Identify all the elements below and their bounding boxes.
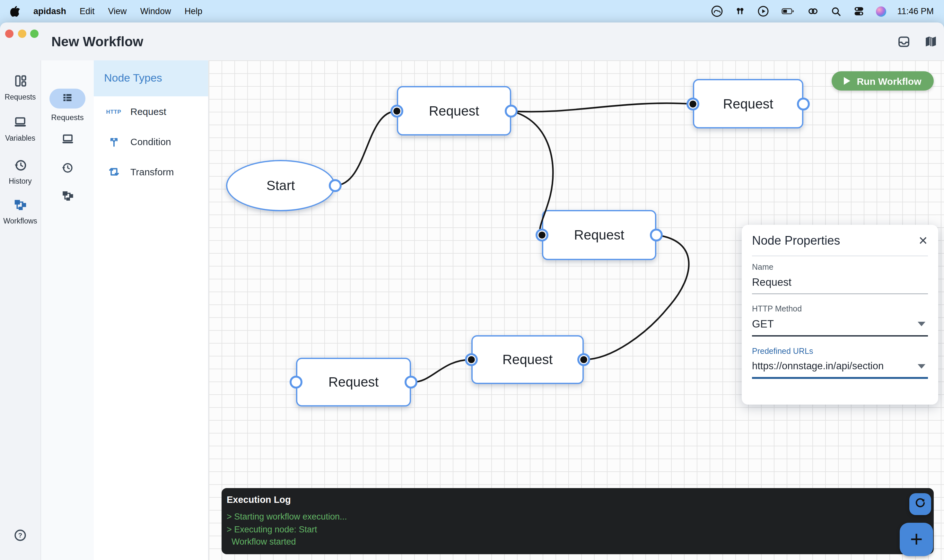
control-center-icon[interactable] [853, 5, 865, 17]
sidebar-item-requests[interactable]: Requests [0, 74, 40, 101]
node-request-top-left[interactable]: Request [397, 86, 511, 135]
refresh-button[interactable] [909, 493, 931, 515]
menu-app-name[interactable]: apidash [34, 6, 66, 16]
workflow-icon [0, 197, 40, 214]
menu-bar: apidash Edit View Window Help [0, 0, 944, 23]
subrail-workflows-button[interactable] [41, 189, 94, 205]
requests-grid-icon [0, 74, 40, 91]
battery-icon[interactable] [780, 5, 796, 17]
refresh-icon [914, 497, 927, 512]
method-field-label: HTTP Method [752, 305, 928, 313]
http-method-value: GET [752, 318, 774, 330]
urls-underline [752, 377, 928, 378]
node-type-condition[interactable]: Condition [94, 126, 208, 157]
execution-log-panel: Execution Log > Starting workflow execut… [221, 488, 934, 554]
method-underline [752, 335, 928, 337]
condition-icon [105, 135, 123, 148]
node-request-bottom-left[interactable]: Request [296, 358, 411, 406]
help-button[interactable]: ? [0, 529, 40, 545]
menu-clock[interactable]: 11:46 PM [897, 6, 934, 16]
http-method-select[interactable]: GET [752, 318, 928, 330]
siri-icon[interactable] [876, 6, 886, 16]
minimize-window-button[interactable] [18, 29, 26, 38]
node-properties-panel: Node Properties ✕ Name Request HTTP Meth… [742, 225, 938, 405]
close-icon[interactable]: ✕ [918, 235, 928, 247]
airpods-icon[interactable] [734, 5, 746, 17]
node-label: Request [329, 374, 378, 390]
nav-rail: Requests Variables History Workflows [0, 60, 41, 560]
menu-help[interactable]: Help [184, 6, 203, 16]
list-icon [61, 91, 74, 106]
node-label: Start [266, 178, 295, 193]
subrail-item-label: Requests [41, 113, 94, 122]
menu-window[interactable]: Window [140, 6, 171, 16]
properties-title: Node Properties [752, 234, 840, 248]
apple-menu-icon[interactable] [10, 6, 20, 17]
edge-start-to-a [335, 111, 397, 186]
laptop-icon [0, 115, 40, 132]
execution-log-title: Execution Log [227, 494, 929, 505]
edge-a-to-b [511, 103, 693, 112]
menu-view[interactable]: View [108, 6, 127, 16]
laptop-icon [61, 132, 74, 148]
app-window: New Workflow Requests [0, 23, 944, 560]
close-window-button[interactable] [5, 29, 14, 38]
node-type-request[interactable]: HTTP Request [94, 96, 208, 126]
sub-rail: Requests [41, 60, 94, 560]
node-label: Request [574, 227, 624, 243]
edge-d-to-e [411, 360, 471, 382]
node-start[interactable]: Start [226, 160, 335, 211]
node-request-bottom-mid[interactable]: Request [471, 335, 584, 384]
name-field-label: Name [752, 263, 928, 272]
play-icon [844, 77, 850, 85]
sidebar-item-workflows[interactable]: Workflows [0, 197, 40, 225]
subrail-item-requests[interactable] [49, 89, 85, 109]
menu-edit[interactable]: Edit [80, 6, 95, 16]
node-types-title: Node Types [94, 60, 208, 96]
search-icon[interactable] [830, 5, 842, 17]
log-line: > Executing node: Start [227, 523, 929, 535]
workflow-icon [61, 189, 74, 205]
node-request-middle[interactable]: Request [542, 210, 656, 260]
hotspot-icon[interactable] [807, 5, 819, 17]
page-title: New Workflow [51, 34, 143, 49]
node-type-transform[interactable]: Transform [94, 157, 208, 187]
tray-icon[interactable] [897, 35, 910, 51]
map-icon[interactable] [924, 35, 938, 51]
creative-cloud-icon[interactable] [711, 5, 723, 17]
history-icon [61, 161, 74, 177]
name-underline [752, 294, 928, 294]
urls-field-label: Predefined URLs [752, 347, 928, 356]
log-line: > Starting workflow execution... [227, 511, 929, 523]
sidebar-item-history[interactable]: History [0, 158, 40, 185]
log-line: Workflow started [227, 535, 929, 548]
predefined-urls-value: https://onnstage.in/api/section [752, 360, 884, 372]
name-field-value: Request [752, 276, 792, 288]
node-label: Request [503, 352, 553, 367]
name-field[interactable]: Request [752, 276, 928, 288]
chevron-down-icon [918, 364, 926, 368]
workflow-canvas[interactable]: Start Request Request Request Request Re… [209, 60, 944, 560]
subrail-variables-button[interactable] [41, 132, 94, 148]
svg-text:?: ? [18, 531, 23, 539]
screen: apidash Edit View Window Help [0, 0, 944, 560]
http-icon: HTTP [106, 108, 121, 115]
zoom-window-button[interactable] [30, 29, 38, 38]
window-titlebar: New Workflow [0, 23, 944, 60]
divider [752, 255, 928, 256]
node-label: Request [429, 103, 479, 118]
node-types-panel: Node Types HTTP Request Condition Transf… [94, 60, 209, 560]
chevron-down-icon [918, 322, 926, 326]
sidebar-item-variables[interactable]: Variables [0, 115, 40, 142]
add-node-button[interactable]: + [900, 523, 933, 556]
node-request-top-right[interactable]: Request [693, 79, 803, 128]
history-icon [0, 158, 40, 175]
predefined-urls-select[interactable]: https://onnstage.in/api/section [752, 360, 928, 372]
subrail-history-button[interactable] [41, 161, 94, 177]
play-circle-icon[interactable] [757, 5, 769, 17]
help-icon: ? [14, 533, 27, 544]
run-workflow-label: Run Workflow [857, 75, 921, 86]
node-label: Request [723, 96, 773, 111]
transform-icon [105, 165, 123, 178]
run-workflow-button[interactable]: Run Workflow [832, 71, 934, 91]
